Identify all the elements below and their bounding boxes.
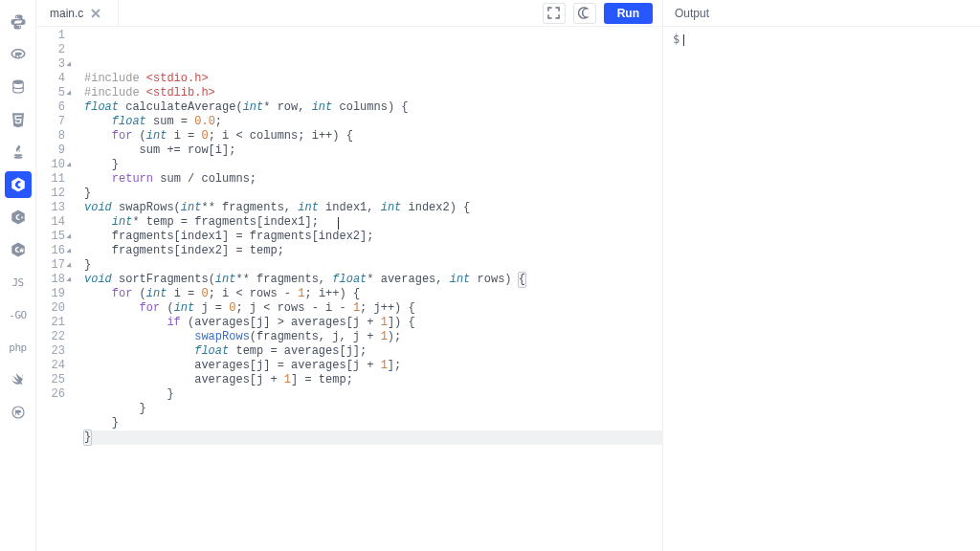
code-line[interactable]: #include <stdlib.h>	[84, 86, 662, 100]
lang-rust-icon[interactable]	[5, 399, 32, 426]
code-line[interactable]: }	[84, 402, 662, 416]
code-line[interactable]: if (averages[j] > averages[j + 1]) {	[84, 316, 662, 330]
code-line[interactable]: averages[j] = averages[j + 1];	[84, 359, 662, 373]
output-header: Output	[663, 0, 980, 27]
code-line[interactable]: }	[84, 187, 662, 201]
code-line[interactable]: void sortFragments(int** fragments, floa…	[84, 273, 662, 287]
code-line[interactable]: fragments[index1] = fragments[index2];	[84, 230, 662, 244]
editor-panel: main.c Run 12345678910111213141516171819…	[36, 0, 662, 551]
svg-point-1	[12, 80, 23, 85]
code-line[interactable]: swapRows(fragments, j, j + 1);	[84, 330, 662, 344]
lang-python-icon[interactable]	[5, 9, 32, 35]
lang-java-icon[interactable]	[5, 139, 32, 165]
code-area[interactable]: #include <stdio.h>#include <stdlib.h>flo…	[71, 29, 662, 551]
lang-js-icon[interactable]: JS	[5, 269, 32, 296]
code-line[interactable]: for (int i = 0; i < columns; i++) {	[84, 129, 662, 143]
close-icon[interactable]	[91, 9, 100, 18]
topbar: main.c Run	[36, 0, 662, 27]
file-tab[interactable]: main.c	[36, 0, 119, 26]
lang-csharp-icon[interactable]	[5, 236, 32, 263]
fullscreen-button[interactable]	[543, 3, 566, 24]
code-line[interactable]: }	[84, 158, 662, 172]
tab-filename: main.c	[50, 7, 83, 20]
output-body[interactable]: $	[663, 27, 980, 551]
lang-php-icon[interactable]: php	[5, 334, 32, 361]
output-prompt: $	[673, 33, 679, 46]
moon-icon	[578, 7, 590, 19]
lang-r-icon[interactable]	[5, 41, 32, 68]
run-button[interactable]: Run	[604, 3, 653, 24]
code-line[interactable]: }	[84, 258, 662, 273]
code-line[interactable]: }	[84, 430, 662, 445]
code-line[interactable]: }	[84, 387, 662, 402]
code-line[interactable]: int* temp = fragments[index1];	[84, 215, 662, 230]
code-editor[interactable]: 1234567891011121314151617181920212223242…	[36, 27, 662, 551]
lang-c-icon[interactable]	[5, 171, 32, 198]
line-gutter: 1234567891011121314151617181920212223242…	[36, 29, 71, 551]
code-line[interactable]: fragments[index2] = temp;	[84, 244, 662, 258]
lang-go-icon[interactable]: -GO	[5, 301, 32, 328]
lang-swift-icon[interactable]	[5, 366, 32, 393]
output-panel: Output $	[662, 0, 980, 551]
lang-sql-icon[interactable]	[5, 74, 32, 100]
lang-cpp-icon[interactable]	[5, 204, 32, 231]
text-cursor	[338, 217, 339, 230]
code-line[interactable]: sum += row[i];	[84, 143, 662, 158]
code-line[interactable]: float temp = averages[j];	[84, 344, 662, 359]
code-line[interactable]: void swapRows(int** fragments, int index…	[84, 201, 662, 215]
code-line[interactable]: averages[j + 1] = temp;	[84, 373, 662, 387]
code-line[interactable]: for (int j = 0; j < rows - i - 1; j++) {	[84, 301, 662, 316]
language-sidebar: JS -GO php	[0, 0, 36, 551]
code-line[interactable]: float sum = 0.0;	[84, 115, 662, 129]
fullscreen-icon	[547, 7, 560, 19]
code-line[interactable]: for (int i = 0; i < rows - 1; i++) {	[84, 287, 662, 301]
theme-toggle-button[interactable]	[573, 3, 596, 24]
code-line[interactable]: #include <stdio.h>	[84, 72, 662, 86]
top-actions: Run	[543, 0, 662, 26]
output-cursor	[683, 34, 684, 46]
code-line[interactable]: return sum / columns;	[84, 172, 662, 187]
lang-html-icon[interactable]	[5, 106, 32, 133]
code-line[interactable]: float calculateAverage(int* row, int col…	[84, 100, 662, 115]
code-line[interactable]: }	[84, 416, 662, 430]
